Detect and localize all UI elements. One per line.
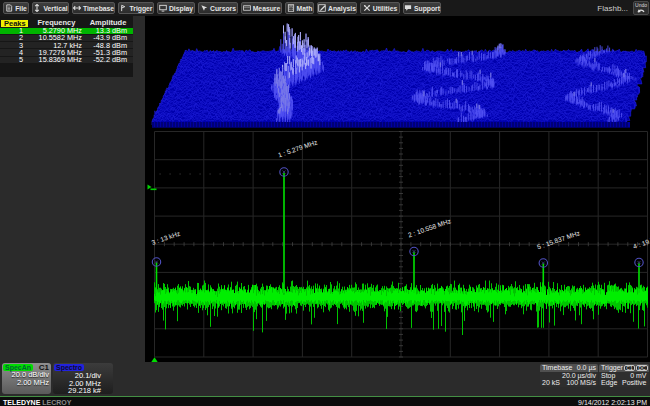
svg-text:1 : 5.279 MHz: 1 : 5.279 MHz	[277, 138, 318, 158]
svg-text:5 : 15.837 MHz: 5 : 15.837 MHz	[536, 229, 581, 250]
svg-text:3 : 13 kHz: 3 : 13 kHz	[151, 230, 181, 246]
svg-text:2 : 10.558 MHz: 2 : 10.558 MHz	[407, 217, 452, 238]
